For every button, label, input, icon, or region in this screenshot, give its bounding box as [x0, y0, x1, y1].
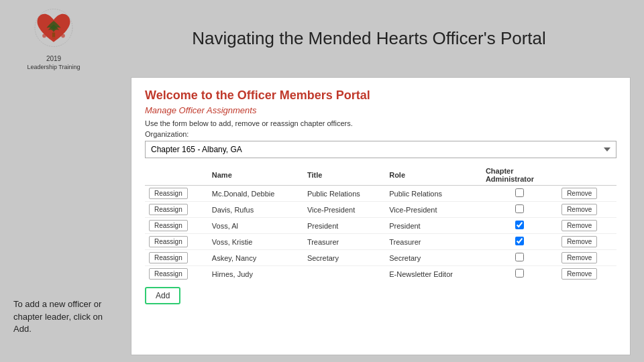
- reassign-button[interactable]: Reassign: [149, 220, 188, 231]
- col-remove: [557, 165, 616, 186]
- header: 2019 Leadership Training Navigating the …: [0, 0, 644, 77]
- table-row: ReassignDavis, RufusVice-PresidentVice-P…: [145, 202, 616, 218]
- table-row: ReassignHirnes, JudyE-Newsletter EditorR…: [145, 266, 616, 282]
- officer-role: President: [385, 218, 482, 234]
- remove-button[interactable]: Remove: [561, 204, 597, 215]
- svg-point-2: [42, 34, 46, 38]
- officer-title: President: [303, 218, 385, 234]
- officer-title: Public Relations: [303, 186, 385, 202]
- portal-title: Welcome to the Officer Members Portal: [145, 88, 616, 103]
- officer-role: Public Relations: [385, 186, 482, 202]
- table-row: ReassignAskey, NancySecretarySecretaryRe…: [145, 250, 616, 266]
- admin-checkbox[interactable]: [515, 269, 524, 278]
- admin-checkbox[interactable]: [515, 204, 524, 213]
- admin-checkbox[interactable]: [515, 221, 524, 229]
- logo-subtitle: Leadership Training: [27, 64, 80, 70]
- remove-button[interactable]: Remove: [561, 252, 597, 263]
- officer-role: Secretary: [385, 250, 482, 266]
- heart-logo: [30, 7, 77, 54]
- officer-name: Askey, Nancy: [208, 250, 303, 266]
- sidebar-text: To add a new officer or chapter leader, …: [13, 298, 117, 335]
- table-row: ReassignVoss, AlPresidentPresidentRemove: [145, 218, 616, 234]
- main-content: To add a new officer or chapter leader, …: [0, 77, 644, 362]
- admin-checkbox[interactable]: [515, 188, 524, 197]
- org-label: Organization:: [145, 130, 616, 138]
- officer-title: [303, 266, 385, 282]
- reassign-button[interactable]: Reassign: [149, 204, 188, 215]
- remove-button[interactable]: Remove: [561, 236, 597, 247]
- officer-name: Voss, Kristie: [208, 234, 303, 250]
- officer-name: Hirnes, Judy: [208, 266, 303, 282]
- col-admin: ChapterAdministrator: [482, 165, 557, 186]
- organization-select[interactable]: Chapter 165 - Albany, GA: [145, 141, 616, 158]
- reassign-button[interactable]: Reassign: [149, 268, 188, 280]
- svg-point-4: [61, 34, 65, 38]
- admin-checkbox[interactable]: [515, 237, 524, 245]
- officer-role: Treasurer: [385, 234, 482, 250]
- officer-name: Davis, Rufus: [208, 202, 303, 218]
- col-title: Title: [303, 165, 385, 186]
- officer-title: Secretary: [303, 250, 385, 266]
- page-title: Navigating the Mended Hearts Officer's P…: [107, 28, 631, 49]
- remove-button[interactable]: Remove: [561, 188, 597, 199]
- officer-name: Voss, Al: [208, 218, 303, 234]
- officer-role: Vice-President: [385, 202, 482, 218]
- officer-name: Mc.Donald, Debbie: [208, 186, 303, 202]
- remove-button[interactable]: Remove: [561, 220, 597, 231]
- svg-point-3: [52, 37, 56, 41]
- officer-title: Vice-President: [303, 202, 385, 218]
- col-action: [145, 165, 208, 186]
- officer-title: Treasurer: [303, 234, 385, 250]
- portal-box: Welcome to the Officer Members Portal Ma…: [131, 77, 631, 355]
- logo-area: 2019 Leadership Training: [13, 7, 94, 70]
- admin-checkbox[interactable]: [515, 253, 524, 261]
- officers-table: Name Title Role ChapterAdministrator Rea…: [145, 165, 616, 282]
- col-name: Name: [208, 165, 303, 186]
- add-button[interactable]: Add: [145, 287, 180, 304]
- remove-button[interactable]: Remove: [561, 268, 597, 280]
- table-row: ReassignVoss, KristieTreasurerTreasurerR…: [145, 234, 616, 250]
- officer-role: E-Newsletter Editor: [385, 266, 482, 282]
- portal-description: Use the form below to add, remove or rea…: [145, 119, 616, 127]
- reassign-button[interactable]: Reassign: [149, 236, 188, 247]
- table-row: ReassignMc.Donald, DebbiePublic Relation…: [145, 186, 616, 202]
- sidebar: To add a new officer or chapter leader, …: [13, 77, 117, 355]
- reassign-button[interactable]: Reassign: [149, 188, 188, 199]
- logo-year: 2019: [46, 55, 61, 62]
- reassign-button[interactable]: Reassign: [149, 252, 188, 263]
- portal-subtitle: Manage Officer Assignments: [145, 105, 616, 115]
- col-role: Role: [385, 165, 482, 186]
